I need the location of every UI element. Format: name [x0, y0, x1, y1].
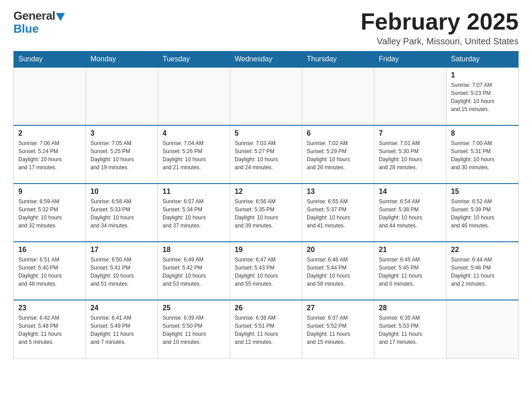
day-number: 28	[379, 304, 442, 312]
day-info: Sunrise: 7:03 AMSunset: 5:27 PMDaylight:…	[235, 139, 297, 171]
day-number: 5	[235, 129, 297, 137]
day-number: 26	[235, 304, 297, 312]
day-info: Sunrise: 6:56 AMSunset: 5:35 PMDaylight:…	[235, 197, 297, 230]
day-header-sunday: Sunday	[14, 51, 86, 68]
calendar-cell: 26Sunrise: 6:38 AMSunset: 5:51 PMDayligh…	[230, 300, 302, 358]
day-info: Sunrise: 6:42 AMSunset: 5:48 PMDaylight:…	[18, 314, 81, 346]
calendar-table: SundayMondayTuesdayWednesdayThursdayFrid…	[13, 51, 519, 359]
day-number: 7	[379, 129, 442, 137]
day-header-friday: Friday	[374, 51, 446, 68]
day-info: Sunrise: 6:39 AMSunset: 5:50 PMDaylight:…	[163, 314, 225, 346]
day-info: Sunrise: 6:50 AMSunset: 5:41 PMDaylight:…	[90, 256, 153, 288]
day-info: Sunrise: 7:01 AMSunset: 5:30 PMDaylight:…	[379, 139, 442, 171]
day-info: Sunrise: 6:46 AMSunset: 5:44 PMDaylight:…	[307, 256, 369, 288]
day-number: 21	[379, 246, 442, 254]
week-row-2: 2Sunrise: 7:06 AMSunset: 5:24 PMDaylight…	[14, 125, 519, 184]
day-number: 10	[90, 188, 153, 196]
calendar-header-row: SundayMondayTuesdayWednesdayThursdayFrid…	[14, 51, 519, 68]
calendar-cell	[86, 67, 158, 125]
day-number: 24	[90, 304, 153, 312]
calendar-cell: 24Sunrise: 6:41 AMSunset: 5:49 PMDayligh…	[86, 300, 158, 358]
logo-triangle-icon	[56, 13, 65, 21]
day-number: 27	[307, 304, 369, 312]
day-info: Sunrise: 7:04 AMSunset: 5:26 PMDaylight:…	[163, 139, 225, 171]
calendar-cell: 6Sunrise: 7:02 AMSunset: 5:29 PMDaylight…	[302, 125, 374, 184]
calendar-cell: 3Sunrise: 7:05 AMSunset: 5:25 PMDaylight…	[86, 125, 158, 184]
day-info: Sunrise: 7:00 AMSunset: 5:31 PMDaylight:…	[451, 139, 514, 171]
day-info: Sunrise: 6:45 AMSunset: 5:45 PMDaylight:…	[379, 256, 442, 288]
calendar-cell	[230, 67, 302, 125]
day-number: 6	[307, 129, 369, 137]
calendar-cell: 12Sunrise: 6:56 AMSunset: 5:35 PMDayligh…	[230, 184, 302, 242]
day-number: 17	[90, 246, 153, 254]
day-number: 2	[18, 129, 81, 137]
day-number: 8	[451, 129, 514, 137]
day-header-thursday: Thursday	[302, 51, 374, 68]
day-number: 20	[307, 246, 369, 254]
day-info: Sunrise: 6:44 AMSunset: 5:46 PMDaylight:…	[451, 256, 514, 288]
calendar-cell: 17Sunrise: 6:50 AMSunset: 5:41 PMDayligh…	[86, 242, 158, 300]
day-info: Sunrise: 6:55 AMSunset: 5:37 PMDaylight:…	[307, 197, 369, 230]
calendar-cell: 4Sunrise: 7:04 AMSunset: 5:26 PMDaylight…	[158, 125, 230, 184]
day-info: Sunrise: 6:51 AMSunset: 5:40 PMDaylight:…	[18, 256, 81, 288]
day-header-monday: Monday	[86, 51, 158, 68]
day-header-saturday: Saturday	[446, 51, 519, 68]
calendar-cell	[446, 300, 519, 358]
day-info: Sunrise: 7:07 AMSunset: 5:23 PMDaylight:…	[451, 81, 514, 113]
day-info: Sunrise: 7:06 AMSunset: 5:24 PMDaylight:…	[18, 139, 81, 171]
calendar-cell	[14, 67, 86, 125]
title-block: February 2025 Valley Park, Missouri, Uni…	[360, 9, 519, 47]
day-info: Sunrise: 6:54 AMSunset: 5:38 PMDaylight:…	[379, 197, 442, 230]
day-number: 14	[379, 188, 442, 196]
calendar-cell: 21Sunrise: 6:45 AMSunset: 5:45 PMDayligh…	[374, 242, 446, 300]
day-info: Sunrise: 6:57 AMSunset: 5:34 PMDaylight:…	[163, 197, 225, 230]
day-info: Sunrise: 6:47 AMSunset: 5:43 PMDaylight:…	[235, 256, 297, 288]
day-info: Sunrise: 6:49 AMSunset: 5:42 PMDaylight:…	[163, 256, 225, 288]
day-number: 12	[235, 188, 297, 196]
calendar-cell: 25Sunrise: 6:39 AMSunset: 5:50 PMDayligh…	[158, 300, 230, 358]
calendar-cell: 15Sunrise: 6:52 AMSunset: 5:39 PMDayligh…	[446, 184, 519, 242]
calendar-cell: 9Sunrise: 6:59 AMSunset: 5:32 PMDaylight…	[14, 184, 86, 242]
day-info: Sunrise: 6:59 AMSunset: 5:32 PMDaylight:…	[18, 197, 81, 230]
day-info: Sunrise: 6:41 AMSunset: 5:49 PMDaylight:…	[90, 314, 153, 346]
page-header: General Blue February 2025 Valley Park, …	[13, 9, 519, 47]
day-number: 19	[235, 246, 297, 254]
calendar-cell: 18Sunrise: 6:49 AMSunset: 5:42 PMDayligh…	[158, 242, 230, 300]
day-number: 11	[163, 188, 225, 196]
day-info: Sunrise: 6:35 AMSunset: 5:53 PMDaylight:…	[379, 314, 442, 346]
calendar-cell: 20Sunrise: 6:46 AMSunset: 5:44 PMDayligh…	[302, 242, 374, 300]
logo-general-text: General	[13, 9, 55, 23]
month-title: February 2025	[360, 9, 519, 34]
day-number: 18	[163, 246, 225, 254]
day-number: 25	[163, 304, 225, 312]
day-number: 9	[18, 188, 81, 196]
calendar-cell: 1Sunrise: 7:07 AMSunset: 5:23 PMDaylight…	[446, 67, 519, 125]
day-number: 15	[451, 188, 514, 196]
calendar-cell: 14Sunrise: 6:54 AMSunset: 5:38 PMDayligh…	[374, 184, 446, 242]
day-number: 13	[307, 188, 369, 196]
day-number: 16	[18, 246, 81, 254]
calendar-cell: 16Sunrise: 6:51 AMSunset: 5:40 PMDayligh…	[14, 242, 86, 300]
calendar-cell: 22Sunrise: 6:44 AMSunset: 5:46 PMDayligh…	[446, 242, 519, 300]
day-number: 4	[163, 129, 225, 137]
day-number: 1	[451, 71, 514, 79]
calendar-cell: 7Sunrise: 7:01 AMSunset: 5:30 PMDaylight…	[374, 125, 446, 184]
day-info: Sunrise: 6:38 AMSunset: 5:51 PMDaylight:…	[235, 314, 297, 346]
calendar-cell: 11Sunrise: 6:57 AMSunset: 5:34 PMDayligh…	[158, 184, 230, 242]
calendar-cell	[302, 67, 374, 125]
calendar-cell: 27Sunrise: 6:37 AMSunset: 5:52 PMDayligh…	[302, 300, 374, 358]
day-info: Sunrise: 6:58 AMSunset: 5:33 PMDaylight:…	[90, 197, 153, 230]
day-info: Sunrise: 7:02 AMSunset: 5:29 PMDaylight:…	[307, 139, 369, 171]
day-number: 22	[451, 246, 514, 254]
calendar-cell: 28Sunrise: 6:35 AMSunset: 5:53 PMDayligh…	[374, 300, 446, 358]
week-row-3: 9Sunrise: 6:59 AMSunset: 5:32 PMDaylight…	[14, 184, 519, 242]
calendar-cell: 5Sunrise: 7:03 AMSunset: 5:27 PMDaylight…	[230, 125, 302, 184]
calendar-cell: 23Sunrise: 6:42 AMSunset: 5:48 PMDayligh…	[14, 300, 86, 358]
calendar-cell: 13Sunrise: 6:55 AMSunset: 5:37 PMDayligh…	[302, 184, 374, 242]
day-info: Sunrise: 7:05 AMSunset: 5:25 PMDaylight:…	[90, 139, 153, 171]
day-number: 3	[90, 129, 153, 137]
calendar-cell: 2Sunrise: 7:06 AMSunset: 5:24 PMDaylight…	[14, 125, 86, 184]
week-row-4: 16Sunrise: 6:51 AMSunset: 5:40 PMDayligh…	[14, 242, 519, 300]
day-number: 23	[18, 304, 81, 312]
calendar-cell: 10Sunrise: 6:58 AMSunset: 5:33 PMDayligh…	[86, 184, 158, 242]
